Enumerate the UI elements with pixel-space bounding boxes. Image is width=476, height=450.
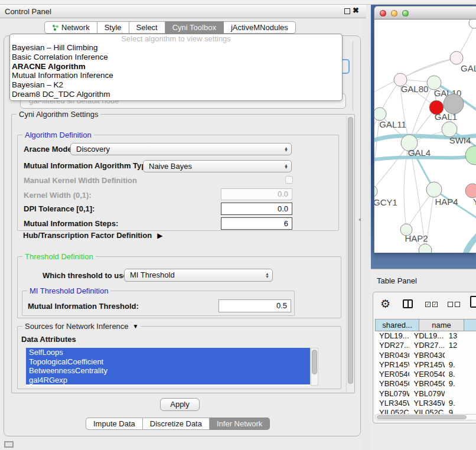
network-node-gal11[interactable]	[374, 107, 386, 120]
kernel-width-field[interactable]: 0.0	[221, 188, 292, 200]
tab-network[interactable]: Network	[44, 21, 97, 34]
table-cell: 13	[445, 331, 476, 341]
settings-legend: Cyni Algorithm Settings	[17, 110, 100, 119]
close-traffic-light-icon[interactable]	[380, 10, 386, 17]
tab-style[interactable]: Style	[97, 21, 129, 34]
tab-jactivemnodules[interactable]: jActiveMNodules	[224, 21, 296, 34]
apply-button[interactable]: Apply	[160, 398, 200, 411]
network-node-gal[interactable]	[450, 51, 463, 64]
network-node[interactable]	[444, 94, 464, 114]
tab-label: Style	[105, 22, 122, 33]
mi-type-label: Mutual Information Algorithm Type:	[24, 161, 153, 170]
network-node-label: HAP2	[405, 233, 428, 243]
mi-threshold-label: Mutual Information Threshold:	[28, 302, 139, 311]
manual-kernel-checkbox[interactable]	[285, 176, 293, 184]
bottom-tab-discretize-data[interactable]: Discretize Data	[143, 418, 210, 430]
data-attribute-item[interactable]: TopologicalCoefficient	[26, 357, 310, 367]
data-attributes-list[interactable]: SelfLoopsTopologicalCoefficientBetweenne…	[26, 348, 310, 386]
network-node[interactable]	[469, 19, 476, 28]
settings-scrollbar-thumb[interactable]	[348, 117, 353, 384]
table-row[interactable]: YBL079WYBL079W	[375, 389, 476, 399]
table-cell: YIL052C	[375, 408, 409, 414]
table-hscrollbar-thumb[interactable]	[377, 415, 467, 419]
mi-threshold-field[interactable]: 0.5	[219, 299, 291, 312]
table-cell: YLR345W	[375, 399, 409, 408]
column-header-name[interactable]: name	[419, 319, 464, 331]
unchecked-checkbox-icon[interactable]	[448, 302, 453, 307]
algorithm-option[interactable]: Mutual Information Inference	[10, 71, 342, 80]
document-icon[interactable]	[470, 296, 476, 308]
network-window-titlebar[interactable]	[374, 6, 476, 19]
manual-kernel-label: Manual Kernel Width Definition	[24, 176, 137, 185]
data-attribute-item[interactable]: SelfLoops	[26, 348, 310, 357]
table-rows: YDL19...YDL19...13YDR27...YDR27...12YBR0…	[375, 331, 476, 414]
network-node-y[interactable]	[465, 184, 476, 198]
checked-checkbox-icon[interactable]: ✓	[432, 302, 438, 307]
aracne-mode-combo[interactable]: Discovery ▲▼	[70, 143, 292, 155]
bottom-tab-label: Impute Data	[93, 418, 135, 429]
network-node[interactable]	[465, 146, 476, 165]
table-horizontal-scrollbar[interactable]	[375, 414, 476, 420]
sources-legend[interactable]: Sources for Network Inference ▼	[22, 322, 141, 331]
table-cell: YDL19...	[375, 331, 409, 341]
table-row[interactable]: YPR145WYPR145W9.	[375, 360, 476, 370]
table-row[interactable]: YER054CYER054C8.	[375, 370, 476, 379]
network-view-window[interactable]: GALGAL80GAL10GAL1GAL11SWI4GAL4GCY1HAP4YH…	[374, 6, 476, 253]
table-row[interactable]: YDR27...YDR27...12	[375, 341, 476, 350]
table-row[interactable]: YLR345WYLR345W9.	[375, 399, 476, 408]
data-attribute-item[interactable]: gal4RGexp	[26, 376, 310, 385]
algorithm-option[interactable]: Bayesian – Hill Climbing	[10, 43, 342, 53]
bottom-tab-impute-data[interactable]: Impute Data	[86, 418, 143, 430]
columns-icon[interactable]	[403, 299, 413, 308]
tab-select[interactable]: Select	[129, 21, 165, 34]
data-attributes-label: Data Attributes	[21, 335, 76, 344]
attributes-scrollbar[interactable]	[311, 348, 318, 386]
algorithm-option[interactable]: Bayesian – K2	[10, 80, 342, 90]
algorithm-option[interactable]: Dream8 DC_TDC Algorithm	[10, 90, 342, 99]
attributes-scrollbar-thumb[interactable]	[312, 350, 317, 374]
combo-spinner-icon: ▲▼	[284, 146, 288, 152]
mi-type-combo[interactable]: Naive Bayes ▲▼	[143, 160, 292, 172]
mi-steps-field[interactable]: 6	[221, 217, 292, 230]
panel-splitter[interactable]	[361, 18, 371, 450]
algorithm-option[interactable]: Basic Correlation Inference	[10, 53, 342, 62]
algorithm-option[interactable]: ARACNE Algorithm	[10, 62, 342, 71]
zoom-traffic-light-icon[interactable]	[402, 10, 409, 17]
network-node-label: GAL80	[401, 84, 429, 94]
table-cell: YBL079W	[375, 389, 409, 399]
hub-tf-definition-label: Hub/Transcription Factor Definition	[23, 231, 152, 240]
table-row[interactable]: YBR043CYBR043C	[375, 351, 476, 360]
table-row[interactable]: YDL19...YDL19...13	[375, 331, 476, 341]
column-header-shared...[interactable]: shared...	[375, 319, 419, 331]
checked-checkbox-icon[interactable]: ✓	[425, 302, 431, 307]
table-cell: 9.	[445, 399, 476, 408]
dpi-tolerance-field[interactable]: 0.0	[221, 203, 292, 215]
minimize-traffic-light-icon[interactable]	[391, 10, 397, 17]
table-cell: YBR043C	[375, 351, 409, 360]
hub-tf-definition-toggle[interactable]: Hub/Transcription Factor Definition ▶	[23, 231, 162, 240]
tab-cyni-toolbox[interactable]: Cyni Toolbox	[165, 21, 224, 34]
gear-icon[interactable]: ⚙	[380, 297, 390, 311]
settings-scrollbar[interactable]	[346, 116, 354, 392]
float-panel-icon[interactable]	[344, 8, 350, 14]
close-icon[interactable]: ✖	[353, 6, 359, 15]
table-row[interactable]: YBR045CYBR045C9.	[375, 379, 476, 389]
table-cell: 8.	[445, 370, 476, 379]
data-attribute-item[interactable]: BetweennessCentrality	[26, 366, 310, 376]
table-cell: YBR045C	[409, 379, 444, 389]
network-node-label: SWI4	[449, 135, 471, 145]
network-node-gcy1[interactable]	[374, 185, 377, 197]
table-row[interactable]: YIL052CYIL052C9	[375, 408, 476, 414]
unchecked-checkbox-icon[interactable]	[455, 302, 460, 307]
minimized-panel-icon[interactable]	[4, 441, 14, 448]
network-node[interactable]	[419, 244, 432, 253]
algorithm-popup-items: Bayesian – Hill ClimbingBasic Correlatio…	[10, 43, 342, 99]
table-cell: 12	[445, 341, 476, 350]
table-cell	[445, 351, 476, 360]
bottom-tab-infer-network[interactable]: Infer Network	[210, 418, 270, 430]
column-header-partial[interactable]	[464, 319, 476, 331]
table-cell: YDR27...	[409, 341, 444, 350]
which-threshold-combo[interactable]: MI Threshold ▲▼	[124, 269, 273, 282]
network-canvas[interactable]: GALGAL80GAL10GAL1GAL11SWI4GAL4GCY1HAP4YH…	[374, 19, 476, 253]
network-node-hap4[interactable]	[426, 182, 442, 197]
